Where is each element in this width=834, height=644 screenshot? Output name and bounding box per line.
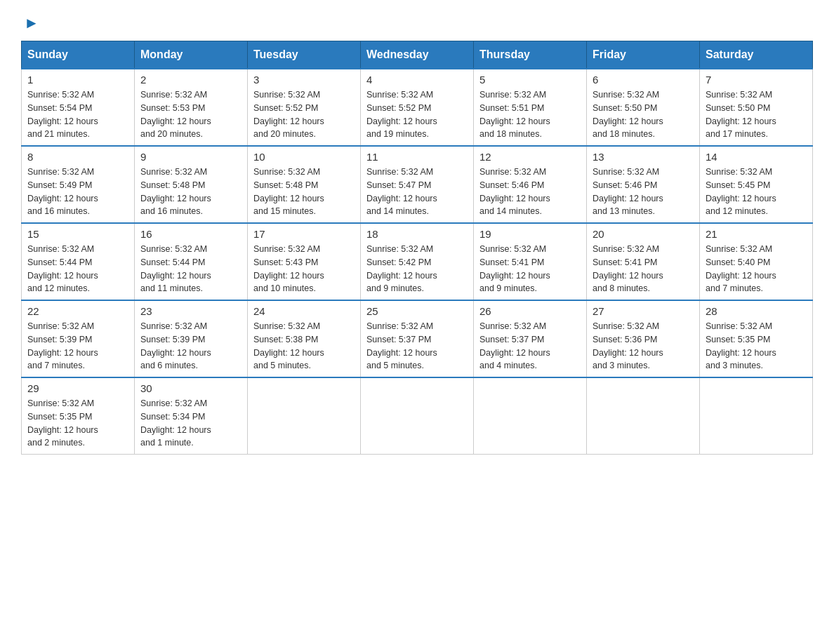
day-number: 25: [366, 305, 468, 317]
header-sunday: Sunday: [22, 41, 135, 69]
calendar-cell: [700, 377, 813, 455]
day-info: Sunrise: 5:32 AM Sunset: 5:38 PM Dayligh…: [253, 320, 355, 373]
day-info: Sunrise: 5:32 AM Sunset: 5:41 PM Dayligh…: [479, 243, 581, 295]
calendar-table: Sunday Monday Tuesday Wednesday Thursday…: [21, 41, 813, 455]
day-number: 1: [27, 74, 128, 86]
calendar-cell: 21 Sunrise: 5:32 AM Sunset: 5:40 PM Dayl…: [700, 223, 813, 300]
week-row-4: 22 Sunrise: 5:32 AM Sunset: 5:39 PM Dayl…: [22, 300, 813, 377]
day-number: 24: [253, 305, 355, 317]
day-info: Sunrise: 5:32 AM Sunset: 5:39 PM Dayligh…: [140, 320, 241, 373]
week-row-3: 15 Sunrise: 5:32 AM Sunset: 5:44 PM Dayl…: [22, 223, 813, 300]
day-number: 17: [253, 228, 355, 240]
day-number: 8: [27, 151, 128, 163]
logo-text: ►: [21, 14, 39, 32]
day-number: 4: [366, 74, 468, 86]
calendar-cell: 27 Sunrise: 5:32 AM Sunset: 5:36 PM Dayl…: [587, 300, 700, 377]
day-number: 26: [479, 305, 581, 317]
calendar-cell: 23 Sunrise: 5:32 AM Sunset: 5:39 PM Dayl…: [135, 300, 248, 377]
day-info: Sunrise: 5:32 AM Sunset: 5:42 PM Dayligh…: [366, 243, 468, 295]
day-info: Sunrise: 5:32 AM Sunset: 5:54 PM Dayligh…: [27, 88, 128, 141]
day-info: Sunrise: 5:32 AM Sunset: 5:49 PM Dayligh…: [27, 166, 128, 218]
calendar-cell: 11 Sunrise: 5:32 AM Sunset: 5:47 PM Dayl…: [361, 146, 474, 223]
calendar-cell: 4 Sunrise: 5:32 AM Sunset: 5:52 PM Dayli…: [361, 69, 474, 146]
calendar-cell: 28 Sunrise: 5:32 AM Sunset: 5:35 PM Dayl…: [700, 300, 813, 377]
day-info: Sunrise: 5:32 AM Sunset: 5:37 PM Dayligh…: [479, 320, 581, 373]
calendar-cell: 1 Sunrise: 5:32 AM Sunset: 5:54 PM Dayli…: [22, 69, 135, 146]
calendar-cell: [474, 377, 587, 455]
calendar-cell: 24 Sunrise: 5:32 AM Sunset: 5:38 PM Dayl…: [248, 300, 361, 377]
day-info: Sunrise: 5:32 AM Sunset: 5:47 PM Dayligh…: [366, 166, 468, 218]
calendar-cell: [587, 377, 700, 455]
day-number: 12: [479, 151, 581, 163]
day-number: 6: [593, 74, 694, 86]
day-info: Sunrise: 5:32 AM Sunset: 5:40 PM Dayligh…: [706, 243, 807, 295]
day-info: Sunrise: 5:32 AM Sunset: 5:50 PM Dayligh…: [706, 88, 807, 141]
day-number: 2: [140, 74, 241, 86]
day-info: Sunrise: 5:32 AM Sunset: 5:50 PM Dayligh…: [593, 88, 694, 141]
day-number: 23: [140, 305, 241, 317]
day-info: Sunrise: 5:32 AM Sunset: 5:53 PM Dayligh…: [140, 88, 241, 141]
calendar-cell: 6 Sunrise: 5:32 AM Sunset: 5:50 PM Dayli…: [587, 69, 700, 146]
day-info: Sunrise: 5:32 AM Sunset: 5:41 PM Dayligh…: [593, 243, 694, 295]
calendar-cell: [248, 377, 361, 455]
day-info: Sunrise: 5:32 AM Sunset: 5:46 PM Dayligh…: [479, 166, 581, 218]
day-number: 9: [140, 151, 241, 163]
day-number: 10: [253, 151, 355, 163]
header-friday: Friday: [587, 41, 700, 69]
calendar-cell: 16 Sunrise: 5:32 AM Sunset: 5:44 PM Dayl…: [135, 223, 248, 300]
day-info: Sunrise: 5:32 AM Sunset: 5:48 PM Dayligh…: [140, 166, 241, 218]
day-number: 14: [706, 151, 807, 163]
logo-blue-partial: ►: [24, 14, 39, 32]
header-tuesday: Tuesday: [248, 41, 361, 69]
day-info: Sunrise: 5:32 AM Sunset: 5:43 PM Dayligh…: [253, 243, 355, 295]
day-number: 21: [706, 228, 807, 240]
day-info: Sunrise: 5:32 AM Sunset: 5:39 PM Dayligh…: [27, 320, 128, 373]
calendar-cell: 3 Sunrise: 5:32 AM Sunset: 5:52 PM Dayli…: [248, 69, 361, 146]
day-number: 7: [706, 74, 807, 86]
calendar-cell: 12 Sunrise: 5:32 AM Sunset: 5:46 PM Dayl…: [474, 146, 587, 223]
calendar-cell: 5 Sunrise: 5:32 AM Sunset: 5:51 PM Dayli…: [474, 69, 587, 146]
calendar-cell: 25 Sunrise: 5:32 AM Sunset: 5:37 PM Dayl…: [361, 300, 474, 377]
calendar-cell: 2 Sunrise: 5:32 AM Sunset: 5:53 PM Dayli…: [135, 69, 248, 146]
weekday-header-row: Sunday Monday Tuesday Wednesday Thursday…: [22, 41, 813, 69]
header-saturday: Saturday: [700, 41, 813, 69]
day-number: 18: [366, 228, 468, 240]
day-number: 28: [706, 305, 807, 317]
day-number: 16: [140, 228, 241, 240]
day-number: 13: [593, 151, 694, 163]
calendar-cell: 26 Sunrise: 5:32 AM Sunset: 5:37 PM Dayl…: [474, 300, 587, 377]
calendar-cell: 7 Sunrise: 5:32 AM Sunset: 5:50 PM Dayli…: [700, 69, 813, 146]
calendar-cell: 9 Sunrise: 5:32 AM Sunset: 5:48 PM Dayli…: [135, 146, 248, 223]
calendar-cell: 8 Sunrise: 5:32 AM Sunset: 5:49 PM Dayli…: [22, 146, 135, 223]
calendar-cell: 10 Sunrise: 5:32 AM Sunset: 5:48 PM Dayl…: [248, 146, 361, 223]
day-number: 20: [593, 228, 694, 240]
calendar-cell: [361, 377, 474, 455]
week-row-2: 8 Sunrise: 5:32 AM Sunset: 5:49 PM Dayli…: [22, 146, 813, 223]
calendar-cell: 17 Sunrise: 5:32 AM Sunset: 5:43 PM Dayl…: [248, 223, 361, 300]
day-info: Sunrise: 5:32 AM Sunset: 5:46 PM Dayligh…: [593, 166, 694, 218]
day-info: Sunrise: 5:32 AM Sunset: 5:51 PM Dayligh…: [479, 88, 581, 141]
day-info: Sunrise: 5:32 AM Sunset: 5:35 PM Dayligh…: [706, 320, 807, 373]
day-number: 3: [253, 74, 355, 86]
day-number: 27: [593, 305, 694, 317]
day-number: 30: [140, 382, 241, 394]
calendar-cell: 22 Sunrise: 5:32 AM Sunset: 5:39 PM Dayl…: [22, 300, 135, 377]
day-number: 15: [27, 228, 128, 240]
day-info: Sunrise: 5:32 AM Sunset: 5:34 PM Dayligh…: [140, 397, 241, 450]
calendar-cell: 30 Sunrise: 5:32 AM Sunset: 5:34 PM Dayl…: [135, 377, 248, 455]
day-info: Sunrise: 5:32 AM Sunset: 5:45 PM Dayligh…: [706, 166, 807, 218]
calendar-cell: 14 Sunrise: 5:32 AM Sunset: 5:45 PM Dayl…: [700, 146, 813, 223]
calendar-cell: 19 Sunrise: 5:32 AM Sunset: 5:41 PM Dayl…: [474, 223, 587, 300]
day-info: Sunrise: 5:32 AM Sunset: 5:44 PM Dayligh…: [27, 243, 128, 295]
header-thursday: Thursday: [474, 41, 587, 69]
calendar-cell: 13 Sunrise: 5:32 AM Sunset: 5:46 PM Dayl…: [587, 146, 700, 223]
week-row-1: 1 Sunrise: 5:32 AM Sunset: 5:54 PM Dayli…: [22, 69, 813, 146]
day-number: 5: [479, 74, 581, 86]
day-info: Sunrise: 5:32 AM Sunset: 5:36 PM Dayligh…: [593, 320, 694, 373]
day-number: 11: [366, 151, 468, 163]
day-info: Sunrise: 5:32 AM Sunset: 5:48 PM Dayligh…: [253, 166, 355, 218]
day-info: Sunrise: 5:32 AM Sunset: 5:37 PM Dayligh…: [366, 320, 468, 373]
calendar-cell: 15 Sunrise: 5:32 AM Sunset: 5:44 PM Dayl…: [22, 223, 135, 300]
header-monday: Monday: [135, 41, 248, 69]
week-row-5: 29 Sunrise: 5:32 AM Sunset: 5:35 PM Dayl…: [22, 377, 813, 455]
